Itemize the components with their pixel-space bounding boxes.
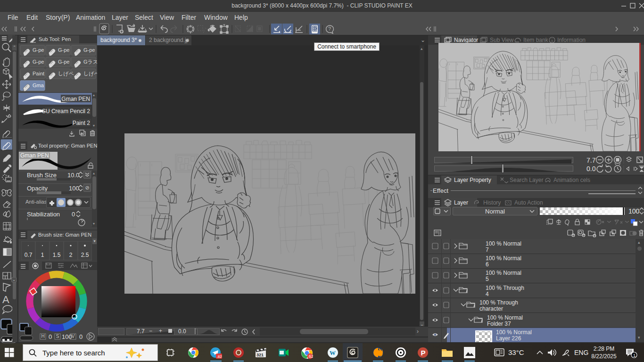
- svg-text:2: 2: [69, 252, 73, 258]
- svg-text:100 % Through: 100 % Through: [479, 299, 518, 306]
- svg-text:Layer 226: Layer 226: [496, 335, 521, 342]
- svg-text:62: 62: [309, 354, 313, 359]
- svg-text:P: P: [421, 349, 426, 357]
- svg-text:G-pe: G-pe: [33, 47, 44, 53]
- svg-text:Folder 37: Folder 37: [487, 321, 511, 327]
- svg-text:100 % Through: 100 % Through: [486, 285, 524, 291]
- svg-text:6: 6: [486, 261, 489, 268]
- svg-text:0.7: 0.7: [25, 252, 33, 258]
- svg-text:1: 1: [633, 353, 636, 358]
- svg-text:W: W: [330, 349, 336, 356]
- svg-text:0: 0: [49, 333, 52, 340]
- svg-text:100: 100: [62, 333, 72, 340]
- svg-text:しげペ: しげペ: [58, 71, 74, 77]
- svg-text:Paint 2: Paint 2: [73, 120, 91, 126]
- svg-text:100 % Normal: 100 % Normal: [496, 329, 532, 336]
- svg-text:100 % Normal: 100 % Normal: [486, 240, 521, 247]
- svg-text:A: A: [2, 294, 9, 305]
- svg-text:100 % Normal: 100 % Normal: [487, 314, 523, 321]
- svg-text:G-pe: G-pe: [58, 59, 69, 65]
- svg-text:100 % Normal: 100 % Normal: [486, 255, 521, 262]
- svg-text:Gラス: Gラス: [83, 59, 97, 65]
- svg-text:しげペ: しげペ: [83, 71, 97, 77]
- svg-text:G-pe: G-pe: [83, 47, 95, 53]
- svg-text:?: ?: [328, 26, 331, 32]
- svg-text:G-pe: G-pe: [58, 47, 69, 53]
- svg-text:321: 321: [256, 353, 264, 357]
- svg-text:1.5: 1.5: [53, 252, 61, 258]
- svg-text:SU Cream Pencil 2: SU Cream Pencil 2: [42, 108, 90, 115]
- svg-text:character: character: [479, 305, 503, 312]
- svg-text:1: 1: [41, 252, 44, 258]
- svg-text:0: 0: [79, 333, 83, 340]
- svg-text:100 % Normal: 100 % Normal: [486, 270, 521, 276]
- svg-text:S: S: [56, 334, 59, 339]
- svg-text:Paint: Paint: [33, 71, 44, 76]
- svg-text:Gman PEN: Gman PEN: [61, 96, 90, 102]
- svg-text:4: 4: [486, 291, 489, 297]
- svg-text:G-pe: G-pe: [33, 59, 44, 65]
- svg-text:7: 7: [486, 247, 489, 253]
- svg-text:2.5: 2.5: [81, 252, 89, 258]
- svg-text:V: V: [72, 334, 75, 339]
- svg-text:Gma: Gma: [33, 82, 44, 88]
- svg-text:5: 5: [486, 276, 489, 282]
- svg-text:.82: .82: [217, 354, 223, 359]
- svg-text:H: H: [41, 334, 44, 339]
